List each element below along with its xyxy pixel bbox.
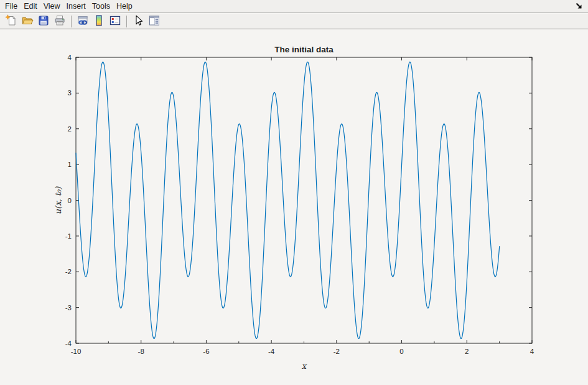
x-tick-label: 0 — [399, 348, 403, 355]
new-figure-icon — [5, 14, 17, 29]
insert-legend-icon — [109, 14, 121, 29]
insert-colorbar-icon — [93, 14, 105, 29]
y-axis-label: u(x, t₀) — [54, 187, 63, 215]
menubar: File Edit View Insert Tools Help — [0, 0, 588, 13]
y-tick-label: -2 — [65, 268, 72, 275]
open-file-icon — [21, 14, 34, 29]
menu-tools[interactable]: Tools — [89, 1, 113, 12]
link-plot-icon — [77, 14, 89, 29]
y-tick-label: -1 — [65, 232, 72, 240]
x-tick-label: 4 — [530, 348, 534, 355]
link-plot-button[interactable] — [75, 14, 91, 29]
print-figure-icon — [54, 14, 66, 29]
y-tick-label: 3 — [68, 89, 72, 97]
menu-view[interactable]: View — [40, 1, 63, 12]
menu-insert[interactable]: Insert — [63, 1, 89, 12]
menu-help[interactable]: Help — [113, 1, 136, 12]
toolbar-separator — [126, 16, 127, 27]
edit-plot-icon — [132, 14, 144, 29]
new-figure-button[interactable] — [3, 14, 19, 29]
insert-legend-button[interactable] — [107, 14, 123, 29]
save-figure-icon — [37, 14, 50, 29]
y-tick-label: 1 — [68, 161, 72, 168]
data-line — [76, 62, 500, 338]
x-tick-label: -6 — [203, 348, 209, 355]
y-tick-label: 2 — [68, 125, 72, 133]
menu-edit[interactable]: Edit — [21, 1, 40, 12]
insert-colorbar-button[interactable] — [91, 14, 107, 29]
x-tick-label: -8 — [138, 348, 144, 355]
x-tick-label: 2 — [465, 348, 469, 355]
y-tick-label: 0 — [68, 197, 72, 204]
y-tick-label: -3 — [65, 304, 72, 311]
x-tick-label: -10 — [71, 348, 82, 355]
open-file-button[interactable] — [19, 14, 35, 29]
plot-browser-icon — [148, 14, 161, 29]
plot-browser-button[interactable] — [146, 14, 162, 29]
menu-file[interactable]: File — [2, 1, 21, 12]
y-tick-label: 4 — [68, 54, 72, 61]
save-figure-button[interactable] — [35, 14, 52, 29]
edit-plot-button[interactable] — [130, 14, 146, 29]
y-tick-label: -4 — [65, 340, 72, 347]
figure-toolbar — [0, 14, 588, 29]
x-tick-label: -4 — [268, 348, 275, 355]
se-resize-arrow-icon[interactable] — [575, 1, 583, 12]
toolbar-separator — [71, 16, 72, 27]
x-tick-label: -2 — [334, 348, 340, 355]
plot-axes: -10-8-6-4-2024-4-3-2-101234 — [0, 0, 588, 385]
plot-title: The initial data — [76, 45, 532, 54]
print-figure-button[interactable] — [52, 14, 68, 29]
x-axis-label: x — [76, 361, 532, 371]
